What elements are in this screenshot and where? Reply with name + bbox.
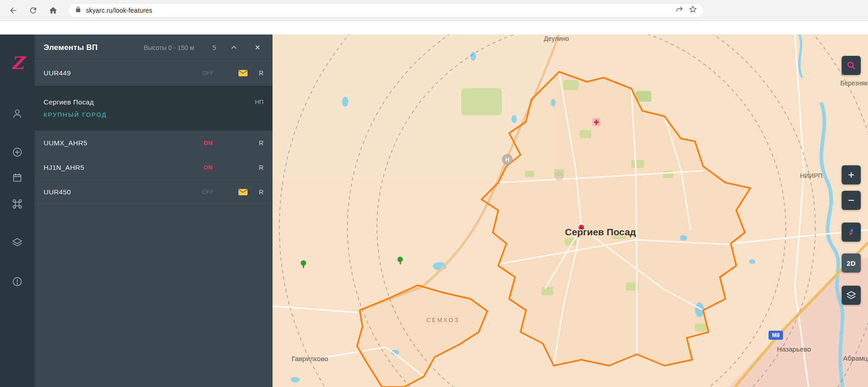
feature-category: КРУПНЫЙ ГОРОД [44,111,263,118]
home-icon[interactable] [45,3,61,18]
item-count: 5 [213,44,216,51]
back-icon[interactable] [5,3,21,18]
svg-text:Назарьево: Назарьево [777,345,811,353]
zoom-out-button[interactable]: − [842,191,861,210]
panel-title: Элементы ВП [44,43,144,52]
mail-icon [233,69,253,77]
map-search-button[interactable] [842,56,861,75]
svg-text:Абрамцево: Абрамцево [843,354,868,362]
feature-name: UUR449 [44,69,194,77]
list-item[interactable]: UUR450 OFF R [35,180,273,204]
map-canvas[interactable]: Н Деулино Березняк НИИРП СЕМХОЗ Гаврилко… [273,35,868,387]
map-container[interactable]: Н Деулино Березняк НИИРП СЕМХОЗ Гаврилко… [273,35,868,387]
feature-name: UUMX_AHR5 [44,139,194,147]
r-flag: R [253,164,263,171]
svg-text:Березняк: Березняк [840,79,868,87]
r-flag: R [253,189,263,196]
svg-text:Гаврилково: Гаврилково [292,355,328,362]
layers-icon [846,290,857,301]
left-rail: Z [0,35,35,387]
alert-icon[interactable] [9,273,25,290]
svg-text:Деулино: Деулино [544,35,569,42]
list-item-selected[interactable]: Сергиев Посад НП КРУПНЫЙ ГОРОД [35,85,273,131]
hospital-icon [592,118,600,126]
status-badge: ON [194,139,222,146]
zoom-in-button[interactable]: + [842,165,861,184]
url-text[interactable]: skyarc.ru/look-features [86,7,671,14]
refresh-icon[interactable] [25,3,41,18]
r-flag: R [253,139,263,147]
compass-icon [845,226,857,238]
feature-name: HJ1N_AHR5 [44,164,194,171]
star-icon[interactable] [689,5,697,15]
lock-icon [75,6,81,15]
share-icon[interactable] [675,5,684,15]
app-area: Z Элементы ВП Вы [0,35,868,387]
user-icon[interactable] [9,105,25,122]
heights-filter-label: Высоты 0 - 150 м [144,44,194,51]
svg-text:М8: М8 [772,332,780,338]
browser-toolbar: skyarc.ru/look-features [0,0,868,21]
logo[interactable]: Z [9,55,25,71]
features-panel: Элементы ВП Высоты 0 - 150 м 5 × UUR449 … [35,35,273,387]
status-badge: ON [194,164,222,171]
map-layers-button[interactable] [842,286,861,305]
calendar-icon[interactable] [9,169,25,186]
close-icon[interactable]: × [252,42,263,54]
map-mode-2d-button[interactable]: 2D [842,253,861,273]
status-badge: OFF [194,189,222,195]
compass-button[interactable] [842,223,861,242]
city-label: Сергиев Посад [565,227,636,237]
road-badge: М8 [769,331,783,340]
page: skyarc.ru/look-features Z [0,0,868,387]
svg-text:СЕМХОЗ: СЕМХОЗ [426,317,459,323]
list-item[interactable]: UUR449 OFF R [35,61,273,85]
feature-name: UUR450 [44,188,194,196]
layers-icon[interactable] [9,234,25,251]
panel-header: Элементы ВП Высоты 0 - 150 м 5 × [35,35,273,61]
svg-text:НИИРП: НИИРП [800,172,823,179]
feature-name: Сергиев Посад [44,98,255,106]
r-flag: R [253,69,263,77]
url-bar[interactable]: skyarc.ru/look-features [68,3,704,18]
drone-command-icon[interactable] [9,196,25,212]
search-icon [846,60,856,70]
svg-text:Н: Н [506,157,510,163]
mail-icon [233,189,253,196]
status-badge: OFF [194,69,222,76]
feature-type-tag: НП [255,99,263,105]
list-item[interactable]: HJ1N_AHR5 ON R [35,155,273,180]
list-item[interactable]: UUMX_AHR5 ON R [35,131,273,155]
add-circle-icon[interactable] [9,144,25,160]
collapse-chevron-icon[interactable] [228,42,240,54]
